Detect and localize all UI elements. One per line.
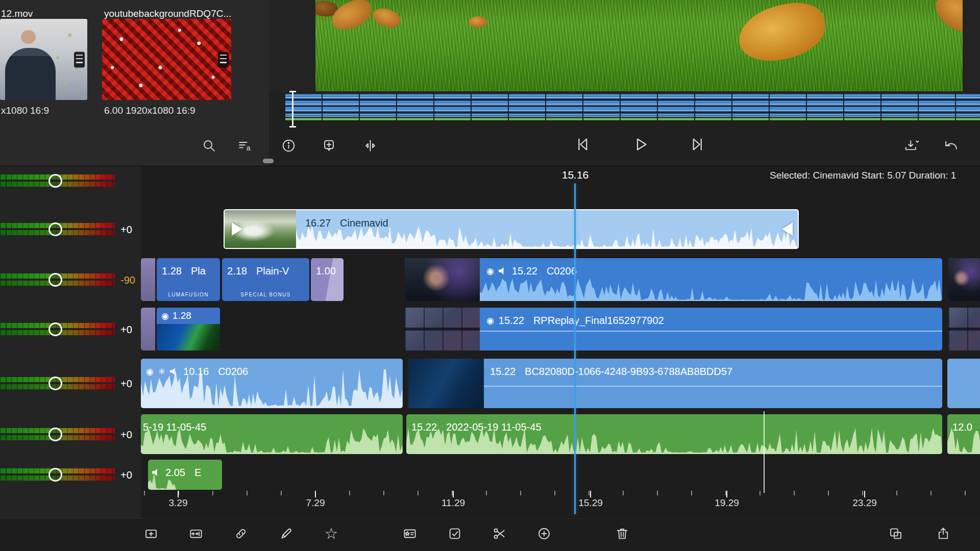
skip-forward-button[interactable] — [688, 135, 707, 154]
select-button[interactable] — [445, 524, 464, 543]
clip-label: 2.05 E — [152, 466, 201, 479]
ruler-major-tick — [315, 491, 316, 497]
clip-rpreplay[interactable]: ◉ 15.22 RPReplay_Final1652977902 — [405, 308, 942, 350]
clip-name: E — [194, 467, 201, 479]
filmstrip-badge-icon — [218, 52, 229, 67]
clip-partial[interactable] — [141, 308, 155, 350]
undo-icon — [943, 138, 959, 154]
timeline-ruler[interactable]: 3.29 7.29 11.29 15.29 19.29 23.29 — [141, 491, 980, 510]
delete-clip-button[interactable] — [612, 524, 632, 543]
leaf — [734, 0, 830, 66]
volume-knob[interactable] — [48, 222, 62, 236]
overview-track-bar — [284, 107, 980, 112]
clip-name: BC82080D-1066-4248-9B93-6788AB8BDD57 — [525, 366, 732, 378]
clip-graphic[interactable]: ◉ 1.28 — [157, 308, 220, 350]
clip-bc82080d[interactable]: 15.22 BC82080D-1066-4248-9B93-6788AB8BDD… — [408, 359, 942, 408]
mixer-track-row: +0 — [0, 222, 141, 236]
play-icon — [631, 135, 650, 154]
clip-audio-2022-05-19[interactable]: 5-19 11-05-45 — [141, 414, 403, 454]
timeline-overview[interactable] — [284, 94, 980, 123]
insert-overwrite-button[interactable] — [186, 524, 206, 543]
volume-knob[interactable] — [48, 428, 62, 441]
clip-partial[interactable] — [948, 308, 980, 350]
clip-title-special-bonus[interactable]: 2.18 Plain-V SPECIAL BONUS — [222, 258, 309, 301]
ruler-major-tick — [864, 491, 865, 497]
favorite-button[interactable]: ☆ — [322, 524, 341, 543]
scissors-icon — [492, 526, 507, 541]
preset-button[interactable] — [400, 524, 420, 543]
trim-split-button[interactable] — [360, 136, 380, 155]
split-clip-button[interactable] — [490, 524, 509, 543]
ruler-major-tick — [590, 491, 591, 497]
panel-resize-handle[interactable] — [263, 159, 274, 163]
clip-duration: 2.18 — [227, 265, 247, 277]
leaf — [929, 0, 963, 40]
media-clip-thumbnail — [0, 19, 87, 100]
overview-track-bar — [284, 113, 980, 117]
clip-c0206-overlay[interactable]: ◉ 15.22 C0206 — [405, 258, 942, 301]
add-marker-button[interactable] — [319, 136, 338, 155]
ruler-label: 23.29 — [852, 497, 877, 509]
skip-back-button[interactable] — [573, 135, 592, 154]
ruler-major-tick — [726, 491, 727, 497]
clip-duration: 16.27 — [305, 217, 331, 229]
volume-knob[interactable] — [48, 174, 62, 188]
volume-knob[interactable] — [48, 468, 62, 482]
speaker-icon — [152, 469, 160, 476]
clip-duration: 15.22 — [512, 265, 537, 277]
mixer-track-row: +0 — [0, 322, 141, 336]
library-sort-button[interactable]: a — [235, 136, 254, 155]
insert-clip-icon — [188, 526, 204, 541]
media-clip-card[interactable]: youtubebackgroundRDQ7C... 6.00 980x551… — [102, 0, 231, 122]
trim-handle-left[interactable] — [232, 222, 242, 236]
clip-cinemavid[interactable]: 16.27 Cinemavid — [224, 209, 799, 249]
gain-label: +0 — [120, 323, 141, 336]
speaker-icon — [499, 267, 507, 274]
clip-partial[interactable] — [947, 359, 980, 408]
clip-partial[interactable]: 12.0 — [947, 414, 980, 454]
clip-duration: 15.22 — [411, 421, 437, 433]
link-clips-button[interactable] — [231, 524, 251, 543]
preview-video — [315, 0, 963, 91]
clip-duration: 12.0 — [952, 421, 972, 433]
gain-label: -90 — [120, 273, 141, 287]
audio-mixer-panel — [0, 166, 141, 518]
share-button[interactable] — [934, 524, 953, 543]
volume-knob[interactable] — [48, 377, 62, 390]
plus-circle-icon — [536, 526, 552, 541]
playhead[interactable] — [574, 183, 576, 514]
clip-partial[interactable] — [948, 258, 980, 301]
clip-title-lumafusion[interactable]: 1.28 Pla LUMAFUSION — [157, 258, 220, 301]
clip-c0206-main[interactable]: ◉ ✳ 10.16 C0206 — [141, 359, 403, 408]
add-button[interactable] — [534, 524, 554, 543]
undo-button[interactable] — [941, 136, 961, 155]
media-clip-card[interactable]: 12.mov x1080 16:9 — [0, 0, 87, 122]
layout-icon — [888, 526, 903, 541]
volume-knob[interactable] — [48, 273, 62, 287]
info-icon — [281, 138, 297, 154]
library-search-button[interactable] — [199, 136, 218, 155]
mixer-track-row — [0, 174, 141, 188]
layout-button[interactable] — [886, 524, 905, 543]
volume-knob[interactable] — [48, 322, 62, 336]
effects-badge-icon: ◉ — [486, 267, 494, 276]
ruler-label: 7.29 — [306, 497, 325, 509]
effects-badge-icon: ◉ — [161, 312, 169, 320]
clip-partial[interactable] — [141, 258, 155, 301]
effects-badge-icon: ◉ — [486, 316, 494, 325]
overview-scrub-cursor[interactable] — [292, 91, 293, 128]
edit-clip-button[interactable] — [277, 524, 296, 543]
link-icon — [233, 526, 249, 541]
play-button[interactable] — [631, 135, 650, 154]
clip-info-button[interactable] — [279, 136, 298, 155]
trim-handle-right[interactable] — [782, 222, 793, 236]
skip-back-icon — [573, 135, 592, 154]
clip-audio-e[interactable]: 2.05 E — [148, 460, 222, 490]
download-icon — [903, 138, 920, 154]
export-button[interactable] — [901, 136, 921, 155]
mixer-track-row: -90 — [0, 273, 141, 287]
add-to-track-button[interactable] — [141, 524, 161, 543]
clip-audio-2022-05-19[interactable]: 15.22 2022-05-19 11-05-45 — [406, 414, 942, 454]
clip-name: RPReplay_Final1652977902 — [533, 315, 664, 327]
clip-transition[interactable]: 1.00 — [311, 258, 344, 301]
